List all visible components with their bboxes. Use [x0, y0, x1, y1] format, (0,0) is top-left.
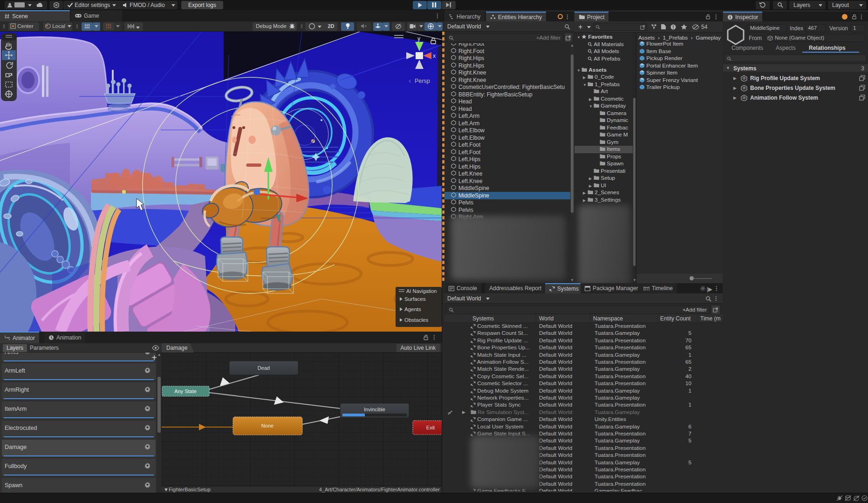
svg-text:Dead: Dead	[258, 365, 270, 371]
svg-text:Agents: Agents	[404, 306, 421, 312]
svg-text:﹤ Persp: ﹤ Persp	[407, 78, 430, 84]
svg-text:Obstacles: Obstacles	[404, 317, 428, 323]
svg-text:Surfaces: Surfaces	[404, 296, 426, 302]
svg-text:x: x	[433, 53, 436, 59]
svg-text:None: None	[261, 423, 273, 428]
svg-text:Any State: Any State	[174, 388, 197, 394]
svg-text:Exit: Exit	[426, 425, 435, 430]
svg-text:Invincible: Invincible	[364, 407, 385, 412]
svg-text:y: y	[417, 35, 420, 42]
svg-text:AI Navigation: AI Navigation	[406, 288, 437, 294]
